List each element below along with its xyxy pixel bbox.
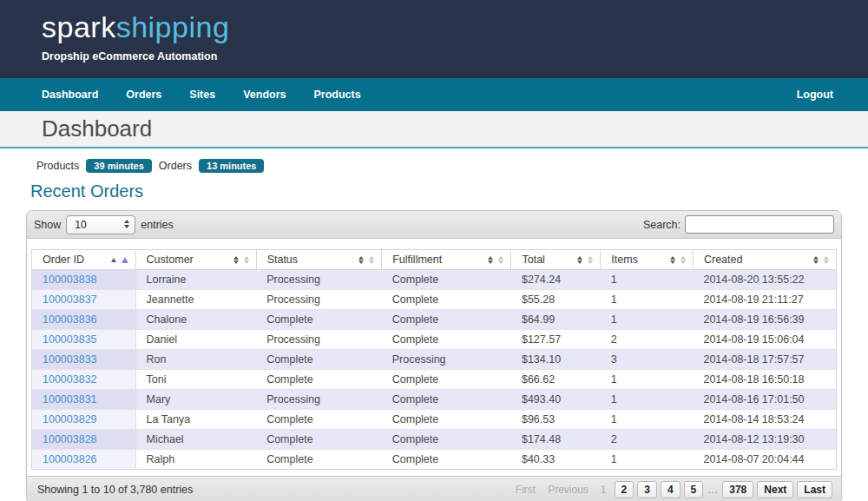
pagination: First Previous 1 2 3 4 5 … 378 Next Last xyxy=(511,481,834,498)
cell-fulfillment: Complete xyxy=(382,290,511,310)
cell-fulfillment: Complete xyxy=(382,370,511,390)
column-header-order-id[interactable]: Order ID xyxy=(32,250,136,270)
cell-customer: Jeannette xyxy=(135,290,256,310)
cell-customer: Daniel xyxy=(135,330,256,350)
logout-link[interactable]: Logout xyxy=(797,89,833,101)
sort-both-icon xyxy=(358,256,364,264)
order-link[interactable]: 100003837 xyxy=(43,293,97,306)
page-size-select[interactable]: 10 xyxy=(66,215,135,234)
sort-both-inactive-icon xyxy=(244,256,249,264)
cell-items: 1 xyxy=(601,310,694,330)
pagination-page-5[interactable]: 5 xyxy=(684,481,704,498)
cell-total: $64.99 xyxy=(511,310,601,330)
pagination-previous[interactable]: Previous xyxy=(543,482,593,498)
pagination-ellipsis: … xyxy=(707,484,719,496)
pagination-next[interactable]: Next xyxy=(757,481,793,498)
search-label: Search: xyxy=(643,219,681,231)
cell-items: 1 xyxy=(601,290,694,310)
order-link[interactable]: 100003835 xyxy=(43,333,97,346)
orders-table-widget: Show 10 entries Search: Order ID xyxy=(26,210,842,501)
sort-asc-icon xyxy=(111,258,116,262)
cell-items: 1 xyxy=(601,270,694,290)
cell-status: Complete xyxy=(256,350,382,370)
pagination-last[interactable]: Last xyxy=(797,481,832,498)
cell-customer: Lorraine xyxy=(135,270,256,290)
sort-both-icon xyxy=(813,256,819,264)
cell-items: 1 xyxy=(601,450,694,470)
table-row: 100003833 Ron Complete Processing $134.1… xyxy=(32,350,837,370)
cell-order-id: 100003835 xyxy=(32,330,136,350)
cell-total: $66.62 xyxy=(511,370,601,390)
nav-item-orders[interactable]: Orders xyxy=(126,89,161,101)
cell-status: Processing xyxy=(256,330,382,350)
table-row: 100003828 Michael Complete Complete $174… xyxy=(32,430,837,450)
column-header-customer[interactable]: Customer xyxy=(135,250,256,270)
search-input[interactable] xyxy=(685,215,834,234)
sort-both-inactive-icon xyxy=(588,256,593,264)
table-footer: Showing 1 to 10 of 3,780 entries First P… xyxy=(27,476,841,501)
entries-label: entries xyxy=(141,219,174,231)
pagination-page-1[interactable]: 1 xyxy=(596,482,611,498)
cell-created: 2014-08-18 17:57:57 xyxy=(693,350,836,370)
pagination-page-378[interactable]: 378 xyxy=(722,481,753,498)
table-row: 100003835 Daniel Processing Complete $12… xyxy=(32,330,837,350)
sort-both-icon xyxy=(488,256,493,264)
cell-fulfillment: Complete xyxy=(382,450,511,470)
orders-sync-label: Orders xyxy=(159,160,192,172)
cell-total: $274.24 xyxy=(511,270,601,290)
pagination-first[interactable]: First xyxy=(511,482,540,498)
cell-status: Processing xyxy=(256,270,382,290)
cell-order-id: 100003838 xyxy=(32,270,136,290)
sort-both-icon xyxy=(233,256,239,264)
cell-items: 3 xyxy=(601,350,694,370)
column-header-items[interactable]: Items xyxy=(601,250,694,270)
cell-created: 2014-08-18 16:50:18 xyxy=(693,370,836,390)
column-header-status[interactable]: Status xyxy=(256,250,382,270)
page-size-value: 10 xyxy=(75,219,86,231)
table-header-row: Order ID Customer Status xyxy=(32,250,837,270)
column-header-total[interactable]: Total xyxy=(511,250,601,270)
order-link[interactable]: 100003833 xyxy=(43,353,97,366)
table-row: 100003838 Lorraine Processing Complete $… xyxy=(32,270,837,290)
pagination-page-2[interactable]: 2 xyxy=(615,481,635,498)
main-nav: Dashboard Orders Sites Vendors Products … xyxy=(0,78,868,111)
cell-customer: La Tanya xyxy=(135,410,256,430)
sort-both-inactive-icon xyxy=(824,256,829,264)
cell-fulfillment: Complete xyxy=(382,270,511,290)
cell-total: $40.33 xyxy=(511,450,601,470)
section-title-recent-orders: Recent Orders xyxy=(26,181,842,201)
cell-order-id: 100003826 xyxy=(32,450,136,470)
column-header-created[interactable]: Created xyxy=(693,250,836,270)
nav-item-products[interactable]: Products xyxy=(314,89,361,101)
cell-customer: Ralph xyxy=(135,450,256,470)
logo-text-spark: spark xyxy=(42,10,116,43)
nav-item-vendors[interactable]: Vendors xyxy=(243,89,286,101)
cell-fulfillment: Processing xyxy=(382,350,511,370)
nav-item-sites[interactable]: Sites xyxy=(189,89,215,101)
cell-total: $493.40 xyxy=(511,390,601,410)
cell-created: 2014-08-16 17:01:50 xyxy=(693,390,836,410)
cell-status: Complete xyxy=(256,410,382,430)
order-link[interactable]: 100003836 xyxy=(43,313,97,326)
table-row: 100003837 Jeannette Processing Complete … xyxy=(32,290,837,310)
cell-customer: Mary xyxy=(135,390,256,410)
order-link[interactable]: 100003832 xyxy=(43,373,97,386)
order-link[interactable]: 100003831 xyxy=(43,393,97,405)
cell-status: Processing xyxy=(256,290,382,310)
cell-fulfillment: Complete xyxy=(382,410,511,430)
page-title-band: Dashboard xyxy=(0,111,868,148)
column-header-fulfillment[interactable]: Fulfillment xyxy=(382,250,511,270)
pagination-page-3[interactable]: 3 xyxy=(637,481,657,498)
cell-order-id: 100003832 xyxy=(32,370,136,390)
order-link[interactable]: 100003826 xyxy=(43,453,97,465)
cell-customer: Ron xyxy=(135,350,256,370)
order-link[interactable]: 100003828 xyxy=(43,433,97,445)
pagination-page-4[interactable]: 4 xyxy=(661,481,681,498)
cell-order-id: 100003837 xyxy=(32,290,136,310)
nav-item-dashboard[interactable]: Dashboard xyxy=(42,89,98,101)
sort-both-inactive-icon xyxy=(369,256,374,264)
order-link[interactable]: 100003829 xyxy=(43,413,97,425)
cell-customer: Chalone xyxy=(135,310,256,330)
order-link[interactable]: 100003838 xyxy=(43,274,97,286)
orders-table: Order ID Customer Status xyxy=(31,249,837,470)
